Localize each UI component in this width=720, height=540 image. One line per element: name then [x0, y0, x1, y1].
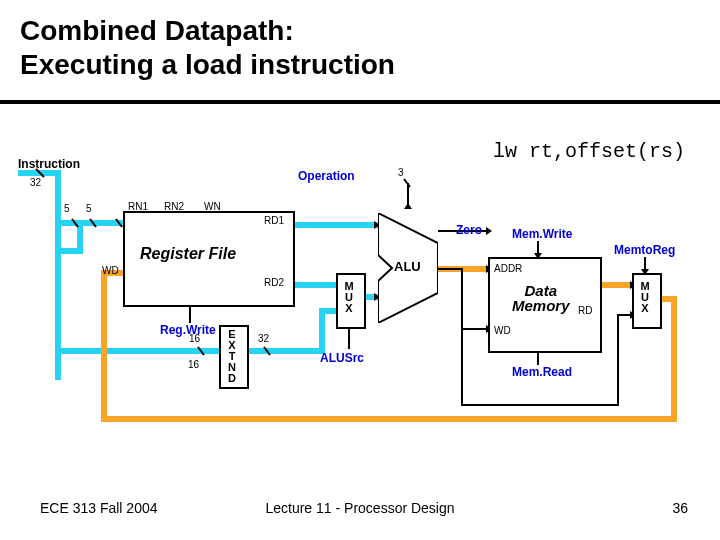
rd-label: RD [578, 305, 592, 316]
memread-label: Mem.Read [512, 365, 572, 379]
wd-label: WD [102, 265, 119, 276]
mux2-text: M U X [632, 281, 658, 314]
title-rule [0, 100, 720, 104]
memwrite-label: Mem.Write [512, 227, 572, 241]
slide-title: Combined Datapath: Executing a load inst… [20, 14, 395, 81]
addr-label: ADDR [494, 263, 522, 274]
bits-32: 32 [30, 177, 41, 188]
regwrite-label: Reg.Write [160, 323, 216, 337]
bits-5a: 5 [64, 203, 70, 214]
rn2-label: RN2 [164, 201, 184, 212]
rn1-label: RN1 [128, 201, 148, 212]
rd2-label: RD2 [264, 277, 284, 288]
slide: Combined Datapath: Executing a load inst… [0, 0, 720, 540]
bits-3: 3 [398, 167, 404, 178]
alu-label: ALU [394, 259, 421, 274]
mux1-text: M U X [336, 281, 362, 314]
datapath-diagram: Instruction 32 5 5 RN1 RN2 WN RD1 RD2 WD… [18, 165, 702, 455]
wd2-label: WD [494, 325, 511, 336]
svg-marker-7 [404, 203, 412, 209]
memtoreg-label: MemtoReg [614, 243, 675, 257]
rd1-label: RD1 [264, 215, 284, 226]
svg-marker-2 [486, 227, 492, 235]
instruction-label: Instruction [18, 157, 80, 171]
sixteen-label: 16 [188, 359, 199, 370]
wn-label: WN [204, 201, 221, 212]
bits-5b: 5 [86, 203, 92, 214]
bits-32b: 32 [258, 333, 269, 344]
zero-label: Zero [456, 223, 482, 237]
title-line-2: Executing a load instruction [20, 49, 395, 80]
footer-center: Lecture 11 - Processor Design [0, 500, 720, 516]
instruction-code: lw rt,offset(rs) [493, 140, 685, 163]
data-memory-label: Data Memory [512, 283, 570, 313]
operation-label: Operation [298, 169, 355, 183]
extend-text: E X T N D [219, 329, 245, 384]
register-file-label: Register File [140, 245, 236, 263]
footer-page-number: 36 [672, 500, 688, 516]
title-line-1: Combined Datapath: [20, 15, 294, 46]
bits-16: 16 [189, 333, 200, 344]
alusrc-label: ALUSrc [320, 351, 364, 365]
